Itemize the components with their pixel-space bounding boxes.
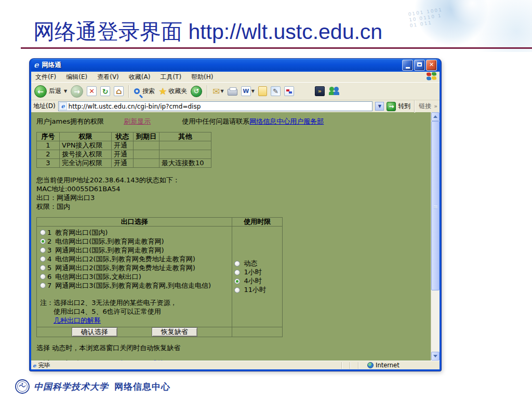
print-button[interactable] bbox=[228, 89, 237, 96]
word-dropdown-icon[interactable]: ▼ bbox=[251, 89, 255, 94]
ip-status-line: 权限：国内 bbox=[36, 202, 431, 211]
refresh-display-link[interactable]: 刷新显示 bbox=[124, 117, 151, 125]
perm-header-cell: 其他 bbox=[159, 132, 211, 141]
go-button[interactable]: → 转到 bbox=[387, 102, 410, 111]
page-icon: e bbox=[59, 102, 67, 110]
user-permission-text: 用户james拥有的权限 bbox=[36, 117, 104, 125]
back-dropdown-icon[interactable]: ▼ bbox=[64, 89, 67, 94]
exit-radio-7[interactable] bbox=[40, 283, 46, 288]
exit-option[interactable]: 3网通网出口(国际,到教育网走教育网) bbox=[40, 246, 230, 255]
slide-footer: 中国科学技术大学 网络信息中心 bbox=[15, 379, 170, 394]
close-button[interactable]: ✕ bbox=[426, 60, 437, 71]
mail-dropdown-icon[interactable]: ▼ bbox=[221, 89, 224, 94]
favorites-button[interactable]: ★ 收藏夹 bbox=[158, 86, 187, 97]
mail-button[interactable]: ✉ ▼ bbox=[212, 86, 223, 97]
edit-button[interactable]: ✎ bbox=[271, 86, 281, 96]
home-button[interactable]: ⌂ bbox=[114, 86, 124, 96]
duration-option[interactable]: 11小时 bbox=[234, 286, 280, 295]
notes-doc-button[interactable] bbox=[258, 86, 267, 96]
more-records-link[interactable]: 更多记录 bbox=[107, 360, 134, 361]
maximize-button[interactable] bbox=[414, 60, 425, 71]
menu-item[interactable]: 文件(F) bbox=[35, 73, 56, 82]
minimize-button[interactable] bbox=[402, 60, 413, 71]
scroll-down-button[interactable] bbox=[431, 352, 440, 361]
exit-radio-3[interactable] bbox=[40, 247, 46, 253]
vertical-scrollbar[interactable] bbox=[431, 112, 440, 361]
status-separator bbox=[358, 362, 359, 369]
duration-option[interactable]: 动态 bbox=[234, 259, 280, 268]
exit-option[interactable]: 5网通网出口2(国际,到教育网免费地址走教育网) bbox=[40, 263, 230, 272]
footer-dept-name: 网络信息中心 bbox=[114, 381, 170, 393]
perm-header-cell: 到期日 bbox=[134, 132, 159, 141]
refresh-button[interactable]: ↻ bbox=[100, 86, 110, 96]
window-titlebar[interactable]: e 网络通 ✕ bbox=[31, 59, 440, 72]
duration-option[interactable]: 1小时 bbox=[234, 268, 280, 277]
exit-explanation-link[interactable]: 几种出口的解释 bbox=[54, 316, 101, 324]
flag-blue bbox=[427, 76, 431, 81]
exit-option[interactable]: 7网通网出口3(国际,到教育网走教育网,到电信走电信) bbox=[40, 281, 230, 290]
perm-header-cell: 序号 bbox=[37, 132, 60, 141]
exit-option[interactable]: 4电信网出口2(国际,到教育网免费地址走教育网) bbox=[40, 255, 230, 263]
forward-button[interactable]: → bbox=[71, 85, 83, 98]
address-input[interactable]: e http://wlt.ustc.edu.cn/cgi-bin/ip?cmd=… bbox=[58, 101, 373, 111]
flashget-button[interactable]: » bbox=[315, 86, 325, 96]
option-label: 电信网出口3(国际,文献出口) bbox=[55, 273, 141, 281]
menu-bar: 文件(F)编辑(E)查看(V)收藏(A)工具(T)帮助(H) bbox=[31, 72, 440, 83]
option-label: 动态 bbox=[244, 259, 257, 268]
search-icon bbox=[134, 88, 140, 94]
exit-radio-2[interactable] bbox=[40, 238, 46, 244]
duration-radio[interactable] bbox=[234, 270, 240, 275]
mail-icon: ✉ bbox=[212, 86, 220, 97]
exit-column-header: 出口选择 bbox=[37, 218, 232, 227]
option-number: 6 bbox=[47, 273, 51, 281]
exit-option[interactable]: 2电信网出口(国际,到教育网走教育网) bbox=[40, 237, 230, 246]
close-icon: ✕ bbox=[429, 61, 434, 68]
back-label: 后退 bbox=[49, 87, 61, 96]
menu-item[interactable]: 帮助(H) bbox=[191, 73, 213, 82]
scrollbar-thumb[interactable] bbox=[431, 121, 440, 290]
option-number: 5 bbox=[47, 264, 51, 272]
exit-radio-1[interactable] bbox=[40, 230, 46, 235]
title-underline-rule bbox=[21, 47, 532, 49]
monthly-view-link[interactable]: 或按月显示 bbox=[151, 360, 184, 361]
menu-item[interactable]: 编辑(E) bbox=[66, 73, 87, 82]
exit-option[interactable]: 1教育网出口(国内) bbox=[40, 228, 230, 237]
search-button[interactable]: 搜索 bbox=[134, 87, 155, 96]
restore-default-button[interactable]: 恢复缺省 bbox=[152, 327, 197, 337]
clipped-history-line: 最近几日上网记录 更多记录 或按月显示 bbox=[36, 359, 431, 361]
status-text: 完毕 bbox=[38, 362, 341, 369]
duration-option[interactable]: 4小时 bbox=[234, 277, 280, 286]
duration-radio[interactable] bbox=[234, 278, 240, 284]
exit-radio-5[interactable] bbox=[40, 265, 46, 271]
duration-options-cell: 动态1小时4小时11小时 bbox=[232, 227, 283, 327]
option-label: 教育网出口(国内) bbox=[55, 229, 108, 237]
perm-header-row: 序号权限状态到期日其他 bbox=[37, 132, 211, 141]
exit-option[interactable]: 6电信网出口3(国际,文献出口) bbox=[40, 272, 230, 281]
ie-app-icon: e bbox=[34, 60, 39, 70]
messenger-button[interactable] bbox=[328, 86, 340, 96]
option-number: 1 bbox=[47, 229, 51, 237]
menu-item[interactable]: 工具(T) bbox=[160, 73, 181, 82]
edit-word-button[interactable]: W ▼ bbox=[241, 86, 255, 96]
menu-item[interactable]: 收藏(A) bbox=[129, 73, 151, 82]
duration-radio[interactable] bbox=[234, 261, 240, 267]
menu-item[interactable]: 查看(V) bbox=[97, 73, 119, 82]
option-label: 网通网出口2(国际,到教育网免费地址走教育网) bbox=[55, 264, 195, 272]
scroll-up-button[interactable] bbox=[431, 112, 440, 121]
note-line-2: 使用出口4、5、6也许可以正常使用 bbox=[54, 307, 230, 316]
stop-button[interactable]: ✕ bbox=[87, 86, 97, 96]
exit-radio-4[interactable] bbox=[40, 256, 46, 262]
links-label[interactable]: 链接 bbox=[419, 102, 431, 111]
service-dept-link[interactable]: 网络信息中心用户服务部 bbox=[249, 117, 324, 125]
address-dropdown-button[interactable]: ▼ bbox=[375, 102, 384, 111]
exit-radio-6[interactable] bbox=[40, 274, 46, 280]
back-button[interactable]: ← 后退 ▼ bbox=[34, 85, 67, 98]
duration-radio[interactable] bbox=[234, 287, 240, 293]
perm-table-cell: 完全访问权限 bbox=[60, 159, 112, 168]
empty-cell bbox=[232, 327, 283, 337]
history-button[interactable]: ↺ bbox=[191, 86, 202, 97]
links-chevron-icon[interactable]: » bbox=[434, 103, 437, 110]
perm-table-row: 1VPN接入权限开通 bbox=[37, 141, 211, 150]
confirm-selection-button[interactable]: 确认选择 bbox=[72, 327, 117, 337]
discuss-button[interactable] bbox=[284, 86, 294, 96]
